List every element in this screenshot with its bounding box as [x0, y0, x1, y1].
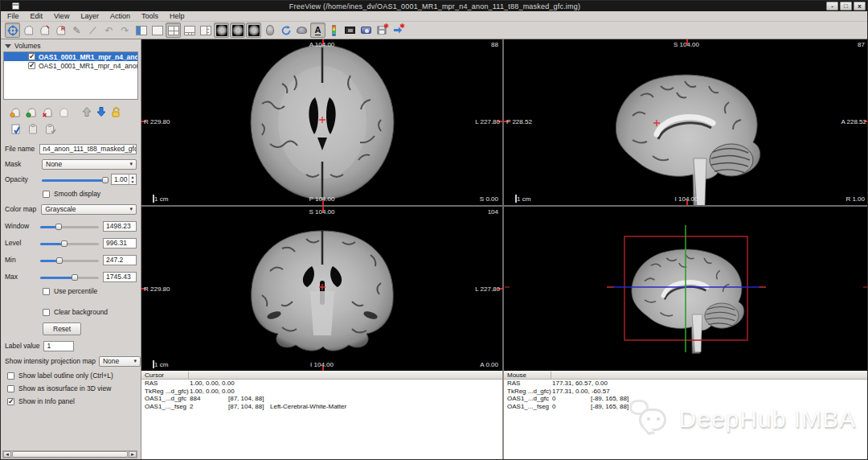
coronal-view[interactable]: S 104.00 104 R 229.80 L 227.80 I 104.00 … [141, 207, 502, 371]
volume-new-icon[interactable] [9, 106, 22, 120]
roi-edit-icon[interactable]: R [53, 23, 68, 38]
menu-layer[interactable]: Layer [80, 12, 99, 20]
colorbar-icon[interactable] [326, 23, 342, 38]
sagittal-view[interactable]: S 104.00 87 P 228.52 A 228.52 I 104.00 R… [504, 39, 868, 205]
volume-visible-checkbox[interactable] [28, 62, 35, 69]
scrollbar-thumb[interactable] [12, 451, 128, 458]
sidebar-horizontal-scrollbar[interactable]: ◄ ► [2, 450, 137, 458]
max-input[interactable]: 1745.43 [103, 272, 137, 282]
sagittal-top-label: S 104.00 [674, 41, 699, 48]
opacity-spinbox[interactable]: 1.00 ▲▼ [111, 174, 137, 185]
paste-settings-all-icon[interactable] [44, 124, 56, 137]
volume-load-icon[interactable] [25, 106, 38, 120]
smooth-display-checkbox[interactable] [43, 191, 50, 198]
layout-1x1-icon[interactable] [149, 23, 165, 38]
chevron-down-icon: ▾ [129, 206, 133, 212]
axial-bottom-label: P 104.00 [309, 195, 335, 203]
navigate-icon[interactable] [5, 23, 20, 38]
sidebar-volumes-panel: Volumes OAS1_0001_MR1_mpr_n4_anon_... OA… [1, 39, 141, 460]
sagittal-slice-number: 87 [858, 41, 865, 48]
layout-sidebar-icon[interactable] [133, 23, 149, 38]
volume-list-item[interactable]: OAS1_0001_MR1_mpr_n4_anon_11... [4, 61, 137, 70]
menu-edit[interactable]: Edit [31, 12, 43, 20]
redo-icon[interactable]: ↷ [117, 23, 133, 38]
path-tool-icon[interactable]: ⟋ [85, 23, 100, 38]
axial-view[interactable]: A 104.00 88 R 229.80 L 227.80 P 104.00 S… [141, 39, 502, 205]
window-slider[interactable] [40, 221, 99, 232]
menu-tools[interactable]: Tools [141, 12, 158, 20]
volume-close-icon[interactable] [41, 106, 54, 120]
menu-file[interactable]: File [7, 12, 19, 20]
copy-settings-icon[interactable] [10, 124, 23, 137]
use-percentile-checkbox[interactable] [43, 288, 50, 295]
close-button[interactable]: x [854, 2, 866, 10]
show-slices-icon[interactable] [294, 23, 309, 38]
cursor-panel-title: Cursor [145, 372, 164, 379]
clear-background-checkbox[interactable] [43, 309, 50, 316]
coronal-slice-number: 104 [488, 208, 498, 216]
show-info-panel-checkbox[interactable] [7, 398, 14, 405]
max-slider[interactable] [40, 272, 99, 282]
opacity-slider[interactable] [42, 175, 107, 185]
scroll-left-icon[interactable]: ◄ [3, 451, 11, 458]
paste-settings-icon[interactable] [27, 124, 39, 137]
axial-left-label: R 229.80 [144, 118, 170, 125]
volume-save-icon[interactable] [57, 106, 70, 120]
view-axial-icon[interactable] [214, 23, 229, 38]
level-input[interactable]: 996.31 [103, 238, 137, 248]
info-row: RAS177.31, 60.57, 0.00 [504, 380, 868, 388]
menu-action[interactable]: Action [110, 12, 130, 20]
pointset-edit-icon[interactable]: ✎ [69, 23, 84, 38]
view-coronal-icon[interactable] [230, 23, 245, 38]
layout-2x2-icon[interactable] [166, 23, 181, 38]
menu-help[interactable]: Help [170, 12, 185, 20]
menu-view[interactable]: View [54, 12, 69, 20]
isosurface-label: Show as isosurface in 3D view [18, 384, 111, 392]
annotation-icon[interactable]: A [310, 23, 326, 38]
clear-background-label: Clear background [54, 308, 108, 316]
recon-edit-icon[interactable] [37, 23, 52, 38]
label-value-input[interactable]: 1 [43, 341, 74, 351]
isosurface-checkbox[interactable] [7, 385, 14, 392]
record-movie-icon[interactable] [358, 23, 374, 38]
mouse-panel-title: Mouse [507, 372, 526, 379]
label-outline-checkbox[interactable] [7, 372, 14, 380]
min-label: Min [5, 256, 35, 264]
chat-bubbles-icon [628, 400, 671, 438]
screenshot-icon[interactable] [342, 23, 358, 38]
reset-button[interactable]: Reset [43, 322, 81, 335]
axial-corner-label: S 0.00 [480, 195, 498, 203]
layout-1x3-icon[interactable] [182, 23, 197, 38]
mask-select[interactable]: None▾ [42, 159, 137, 170]
level-slider[interactable] [40, 238, 99, 248]
min-slider[interactable] [40, 255, 99, 265]
spin-up-icon[interactable]: ▲ [131, 175, 135, 179]
view-sagittal-icon[interactable] [246, 23, 261, 38]
reset-views-icon[interactable] [278, 23, 293, 38]
toolbar: R ✎ ⟋ ↶ ↷ A ✱ ✱ [1, 22, 868, 39]
voxel-edit-icon[interactable] [21, 23, 36, 38]
volume-list-item[interactable]: OAS1_0001_MR1_mpr_n4_anon_... [4, 52, 137, 61]
min-input[interactable]: 247.2 [103, 255, 137, 265]
goto-point-icon[interactable]: ✱ [391, 23, 406, 38]
move-layer-up-icon[interactable] [81, 106, 92, 119]
app-icon [12, 2, 19, 10]
maximize-button[interactable]: □ [840, 2, 852, 10]
undo-icon[interactable]: ↶ [101, 23, 117, 38]
minimize-button[interactable]: - [826, 2, 838, 10]
color-map-select[interactable]: Grayscale▾ [41, 204, 137, 215]
sagittal-left-label: P 228.52 [506, 118, 532, 125]
volume-visible-checkbox[interactable] [28, 53, 35, 60]
view-3d-icon[interactable] [262, 23, 277, 38]
window-input[interactable]: 1498.23 [103, 221, 137, 232]
save-point-icon[interactable]: ✱ [375, 23, 390, 38]
scroll-right-icon[interactable]: ► [129, 451, 137, 458]
layout-3x1-icon[interactable] [198, 23, 213, 38]
file-name-input[interactable]: n4_anon_111_t88_masked_gfc.img [39, 144, 137, 154]
move-layer-down-icon[interactable] [96, 106, 107, 119]
volumes-header[interactable]: Volumes [1, 39, 141, 51]
spin-down-icon[interactable]: ▼ [131, 180, 135, 183]
lock-layer-icon[interactable] [110, 106, 121, 119]
projection-select[interactable]: None▾ [99, 356, 141, 367]
view-3d[interactable] [504, 207, 868, 371]
